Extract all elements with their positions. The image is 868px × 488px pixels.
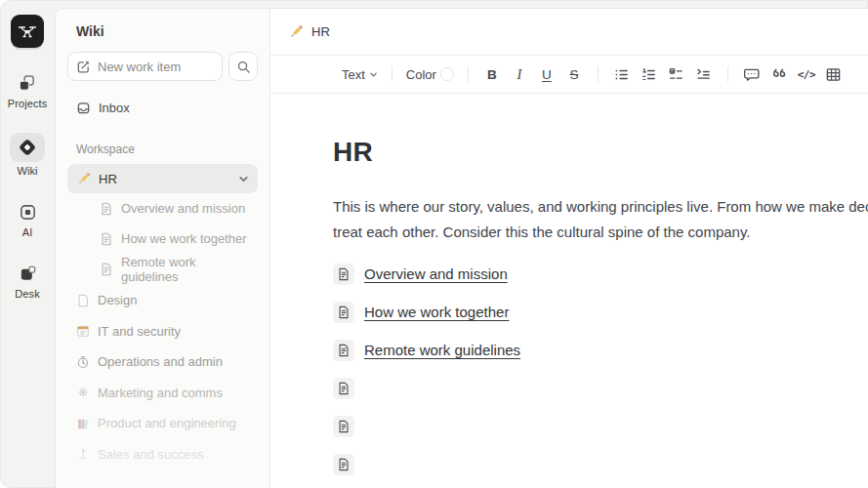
blockquote-button[interactable] [766,61,792,87]
toggle-list-button[interactable] [691,61,717,87]
formatting-toolbar: Text Color B I U S [270,56,868,94]
page-link-overview[interactable]: Overview and mission [333,255,868,293]
pencil-icon [76,172,91,186]
search-button[interactable] [228,52,258,81]
document-chip [333,264,354,285]
code-block-button[interactable]: </> [794,61,819,87]
sidebar-item-marketing[interactable]: Marketing and comms [67,378,258,409]
underline-button[interactable]: U [534,61,559,87]
document-icon [337,420,351,433]
workspace-logo[interactable] [11,15,44,48]
search-icon [236,60,251,74]
toolbar-divider [598,66,599,82]
new-work-item-input[interactable]: New work item [67,52,223,81]
sidebar-item-hr[interactable]: HR [67,164,258,193]
color-picker-button[interactable]: Color [403,61,457,87]
document-icon [337,382,351,395]
sidebar-title: Wiki [67,23,258,39]
new-work-item-placeholder: New work item [98,60,181,74]
sidebar-category-label: Sales and success [98,447,203,462]
hr-label: HR [99,172,117,186]
page-link-remote-work[interactable]: Remote work guidelines [333,331,868,369]
loading-page-row [333,369,868,407]
comment-icon [743,66,760,83]
ordered-list-button[interactable] [637,61,662,87]
sidebar-page-overview[interactable]: Overview and mission [67,193,258,224]
document-icon [337,344,351,357]
inbox-label: Inbox [99,101,130,115]
document-icon [100,263,113,276]
sidebar-item-product[interactable]: Product and engineering [67,408,258,439]
check-list-button[interactable] [664,61,689,87]
sidebar-category-label: IT and security [98,324,181,339]
page-link-label: Overview and mission [364,265,508,282]
sidebar-page-label: Remote work guidelines [121,255,249,284]
inbox-icon [76,101,91,115]
intro-paragraph: This is where our story, values, and wor… [333,194,868,245]
document-chip [333,340,354,361]
ai-icon [19,203,37,222]
document-icon [100,232,113,246]
rail-item-ai[interactable]: AI [15,200,40,238]
table-button[interactable] [821,61,847,87]
text-style-dropdown[interactable]: Text [339,61,381,87]
content-panel: Wiki New work item [55,8,868,488]
wiki-sidebar: Wiki New work item [56,9,270,488]
books-icon [76,417,90,430]
sidebar-category-label: Product and engineering [98,416,236,430]
page-link-list: Overview and mission How we work togethe… [333,255,868,483]
strikethrough-button[interactable]: S [561,61,587,87]
chevron-down-icon[interactable] [238,174,249,184]
document-icon [337,458,351,471]
rail-item-wiki[interactable]: Wiki [10,133,45,177]
ordered-list-icon [641,66,657,83]
sidebar-item-sales[interactable]: Sales and success [67,439,258,470]
bullet-list-icon [613,66,630,83]
document-chip [333,378,354,399]
page-link-how-we-work[interactable]: How we work together [333,293,868,331]
quote-icon [770,66,787,83]
paragraph-line: This is where our story, values, and wor… [333,194,868,220]
comment-button[interactable] [739,61,765,87]
sidebar-item-operations[interactable]: Operations and admin [67,346,258,378]
bullet-list-button[interactable] [609,61,635,87]
document-editor[interactable]: HR This is where our story, values, and … [270,94,868,483]
rail-item-desk[interactable]: Desk [15,262,40,300]
color-swatch [440,67,454,81]
breadcrumb-page-title[interactable]: HR [311,24,330,39]
rail-label: Desk [15,288,39,300]
projects-icon [18,74,36,93]
page-title: HR [333,137,868,168]
sidebar-page-label: How we work together [121,231,247,246]
document-chip [333,454,354,475]
paragraph-line: treat each other. Consider this the cult… [333,220,868,245]
sidebar-category-label: Marketing and comms [98,386,223,400]
sidebar-category-label: Design [98,293,137,307]
breadcrumb: HR [270,9,868,56]
text-style-label: Text [342,67,365,82]
app-rail: Projects Wiki AI [0,8,55,488]
bold-button[interactable]: B [479,61,505,87]
rail-item-projects[interactable]: Projects [8,71,48,109]
document-chip [333,302,354,323]
page-link-label: How we work together [364,304,509,320]
italic-button[interactable]: I [507,61,532,87]
document-icon [337,267,351,281]
sidebar-page-remote-work[interactable]: Remote work guidelines [67,254,258,284]
toolbar-divider [468,66,469,82]
pencil-icon [288,24,304,40]
page-link-label: Remote work guidelines [364,342,520,358]
sidebar-page-label: Overview and mission [121,201,245,216]
rail-label: AI [22,226,33,238]
sidebar-item-design[interactable]: Design [67,285,258,316]
toggle-list-icon [695,66,712,83]
loading-page-row [333,445,868,483]
app-window: Projects Wiki AI [0,0,868,488]
sidebar-item-inbox[interactable]: Inbox [67,94,258,121]
toolbar-divider [727,66,728,82]
editor-pane: HR Text Color B I U S [270,9,868,488]
sidebar-item-it-security[interactable]: IT and security [67,316,258,347]
sidebar-page-how-we-work[interactable]: How we work together [67,224,258,254]
workspace-section-label: Workspace [67,142,258,156]
compose-icon [76,60,91,74]
